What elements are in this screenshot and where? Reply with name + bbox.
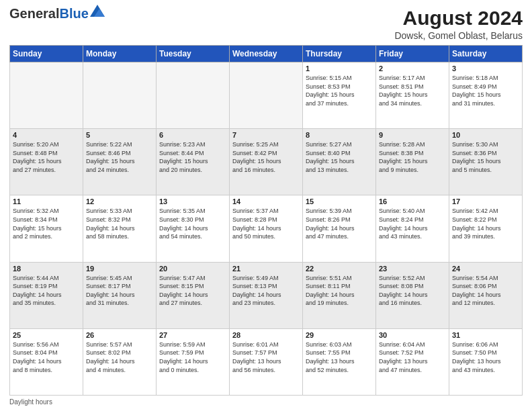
- day-info: Sunrise: 5:49 AM Sunset: 8:13 PM Dayligh…: [232, 274, 300, 308]
- day-number: 20: [159, 265, 226, 273]
- day-number: 9: [379, 131, 446, 139]
- calendar-week-1: 1Sunrise: 5:15 AM Sunset: 8:53 PM Daylig…: [10, 62, 523, 129]
- col-saturday: Saturday: [449, 46, 523, 62]
- day-info: Sunrise: 5:52 AM Sunset: 8:08 PM Dayligh…: [379, 274, 446, 308]
- calendar-cell: [10, 62, 83, 129]
- col-monday: Monday: [83, 46, 157, 62]
- day-info: Sunrise: 5:18 AM Sunset: 8:49 PM Dayligh…: [452, 74, 519, 107]
- calendar-cell: 29Sunrise: 6:03 AM Sunset: 7:55 PM Dayli…: [303, 328, 376, 395]
- day-number: 18: [13, 265, 80, 273]
- month-year: August 2024: [394, 7, 523, 29]
- calendar-cell: 5Sunrise: 5:22 AM Sunset: 8:46 PM Daylig…: [83, 129, 157, 195]
- day-number: 28: [232, 331, 300, 339]
- header-row: Sunday Monday Tuesday Wednesday Thursday…: [10, 46, 523, 62]
- day-info: Sunrise: 5:30 AM Sunset: 8:36 PM Dayligh…: [452, 140, 519, 174]
- day-number: 12: [86, 197, 153, 205]
- day-info: Sunrise: 5:44 AM Sunset: 8:19 PM Dayligh…: [13, 274, 80, 308]
- day-info: Sunrise: 6:06 AM Sunset: 7:50 PM Dayligh…: [452, 340, 519, 374]
- page: GeneralBlue August 2024 Dowsk, Gomel Obl…: [0, 0, 532, 411]
- calendar-cell: 1Sunrise: 5:15 AM Sunset: 8:53 PM Daylig…: [303, 62, 376, 129]
- calendar-cell: 3Sunrise: 5:18 AM Sunset: 8:49 PM Daylig…: [449, 62, 523, 129]
- day-number: 29: [306, 331, 373, 339]
- title-block: August 2024 Dowsk, Gomel Oblast, Belarus: [394, 7, 523, 41]
- calendar-cell: 26Sunrise: 5:57 AM Sunset: 8:02 PM Dayli…: [83, 328, 157, 395]
- day-number: 24: [452, 265, 519, 273]
- calendar-cell: 21Sunrise: 5:49 AM Sunset: 8:13 PM Dayli…: [230, 262, 303, 328]
- calendar-cell: 20Sunrise: 5:47 AM Sunset: 8:15 PM Dayli…: [157, 262, 230, 328]
- calendar-week-5: 25Sunrise: 5:56 AM Sunset: 8:04 PM Dayli…: [10, 328, 523, 395]
- day-info: Sunrise: 5:33 AM Sunset: 8:32 PM Dayligh…: [86, 207, 153, 240]
- day-number: 13: [159, 197, 226, 205]
- day-number: 21: [232, 265, 300, 273]
- day-number: 11: [13, 197, 80, 205]
- col-thursday: Thursday: [303, 46, 376, 62]
- day-number: 2: [379, 64, 446, 73]
- day-number: 10: [452, 131, 519, 139]
- daylight-label: Daylight hours: [9, 398, 52, 406]
- calendar-week-2: 4Sunrise: 5:20 AM Sunset: 8:48 PM Daylig…: [10, 129, 523, 195]
- day-info: Sunrise: 5:37 AM Sunset: 8:28 PM Dayligh…: [232, 207, 300, 240]
- day-info: Sunrise: 5:56 AM Sunset: 8:04 PM Dayligh…: [13, 340, 80, 374]
- calendar-cell: 6Sunrise: 5:23 AM Sunset: 8:44 PM Daylig…: [157, 129, 230, 195]
- calendar-cell: [157, 62, 230, 129]
- day-number: 3: [452, 64, 519, 73]
- day-number: 7: [232, 131, 300, 139]
- calendar-cell: 28Sunrise: 6:01 AM Sunset: 7:57 PM Dayli…: [230, 328, 303, 395]
- col-friday: Friday: [376, 46, 449, 62]
- location: Dowsk, Gomel Oblast, Belarus: [394, 30, 523, 41]
- day-info: Sunrise: 5:35 AM Sunset: 8:30 PM Dayligh…: [159, 207, 226, 240]
- calendar-cell: 7Sunrise: 5:25 AM Sunset: 8:42 PM Daylig…: [230, 129, 303, 195]
- calendar-cell: 22Sunrise: 5:51 AM Sunset: 8:11 PM Dayli…: [303, 262, 376, 328]
- day-info: Sunrise: 6:04 AM Sunset: 7:52 PM Dayligh…: [379, 340, 446, 374]
- day-number: 1: [306, 64, 373, 73]
- calendar-cell: 2Sunrise: 5:17 AM Sunset: 8:51 PM Daylig…: [376, 62, 449, 129]
- calendar-cell: 25Sunrise: 5:56 AM Sunset: 8:04 PM Dayli…: [10, 328, 83, 395]
- calendar-week-3: 11Sunrise: 5:32 AM Sunset: 8:34 PM Dayli…: [10, 195, 523, 262]
- calendar-cell: 24Sunrise: 5:54 AM Sunset: 8:06 PM Dayli…: [449, 262, 523, 328]
- day-number: 6: [159, 131, 226, 139]
- day-number: 17: [452, 197, 519, 205]
- day-info: Sunrise: 5:17 AM Sunset: 8:51 PM Dayligh…: [379, 74, 446, 107]
- calendar-cell: 16Sunrise: 5:40 AM Sunset: 8:24 PM Dayli…: [376, 195, 449, 262]
- day-number: 5: [86, 131, 153, 139]
- calendar-cell: 31Sunrise: 6:06 AM Sunset: 7:50 PM Dayli…: [449, 328, 523, 395]
- calendar-cell: 9Sunrise: 5:28 AM Sunset: 8:38 PM Daylig…: [376, 129, 449, 195]
- calendar-cell: 18Sunrise: 5:44 AM Sunset: 8:19 PM Dayli…: [10, 262, 83, 328]
- day-info: Sunrise: 6:03 AM Sunset: 7:55 PM Dayligh…: [306, 340, 373, 374]
- day-info: Sunrise: 6:01 AM Sunset: 7:57 PM Dayligh…: [232, 340, 300, 374]
- day-number: 25: [13, 331, 80, 339]
- calendar-week-4: 18Sunrise: 5:44 AM Sunset: 8:19 PM Dayli…: [10, 262, 523, 328]
- day-info: Sunrise: 5:32 AM Sunset: 8:34 PM Dayligh…: [13, 207, 80, 240]
- day-info: Sunrise: 5:15 AM Sunset: 8:53 PM Dayligh…: [306, 74, 373, 107]
- logo: GeneralBlue: [9, 7, 105, 20]
- day-number: 14: [232, 197, 300, 205]
- day-number: 30: [379, 331, 446, 339]
- day-info: Sunrise: 5:28 AM Sunset: 8:38 PM Dayligh…: [379, 140, 446, 174]
- day-info: Sunrise: 5:22 AM Sunset: 8:46 PM Dayligh…: [86, 140, 153, 174]
- day-number: 4: [13, 131, 80, 139]
- day-number: 26: [86, 331, 153, 339]
- logo-icon: [90, 5, 105, 17]
- day-info: Sunrise: 5:27 AM Sunset: 8:40 PM Dayligh…: [306, 140, 373, 174]
- day-number: 22: [306, 265, 373, 273]
- day-number: 19: [86, 265, 153, 273]
- day-info: Sunrise: 5:42 AM Sunset: 8:22 PM Dayligh…: [452, 207, 519, 240]
- calendar-cell: 11Sunrise: 5:32 AM Sunset: 8:34 PM Dayli…: [10, 195, 83, 262]
- logo-general: General: [9, 6, 59, 21]
- calendar-cell: 19Sunrise: 5:45 AM Sunset: 8:17 PM Dayli…: [83, 262, 157, 328]
- header: GeneralBlue August 2024 Dowsk, Gomel Obl…: [9, 7, 523, 41]
- calendar-cell: 23Sunrise: 5:52 AM Sunset: 8:08 PM Dayli…: [376, 262, 449, 328]
- day-number: 8: [306, 131, 373, 139]
- calendar-cell: 12Sunrise: 5:33 AM Sunset: 8:32 PM Dayli…: [83, 195, 157, 262]
- day-number: 16: [379, 197, 446, 205]
- day-info: Sunrise: 5:40 AM Sunset: 8:24 PM Dayligh…: [379, 207, 446, 240]
- calendar-cell: 14Sunrise: 5:37 AM Sunset: 8:28 PM Dayli…: [230, 195, 303, 262]
- day-info: Sunrise: 5:47 AM Sunset: 8:15 PM Dayligh…: [159, 274, 226, 308]
- day-info: Sunrise: 5:23 AM Sunset: 8:44 PM Dayligh…: [159, 140, 226, 174]
- day-info: Sunrise: 5:57 AM Sunset: 8:02 PM Dayligh…: [86, 340, 153, 374]
- calendar-cell: [83, 62, 157, 129]
- day-info: Sunrise: 5:39 AM Sunset: 8:26 PM Dayligh…: [306, 207, 373, 240]
- calendar-cell: 10Sunrise: 5:30 AM Sunset: 8:36 PM Dayli…: [449, 129, 523, 195]
- day-number: 31: [452, 331, 519, 339]
- calendar-cell: 27Sunrise: 5:59 AM Sunset: 7:59 PM Dayli…: [157, 328, 230, 395]
